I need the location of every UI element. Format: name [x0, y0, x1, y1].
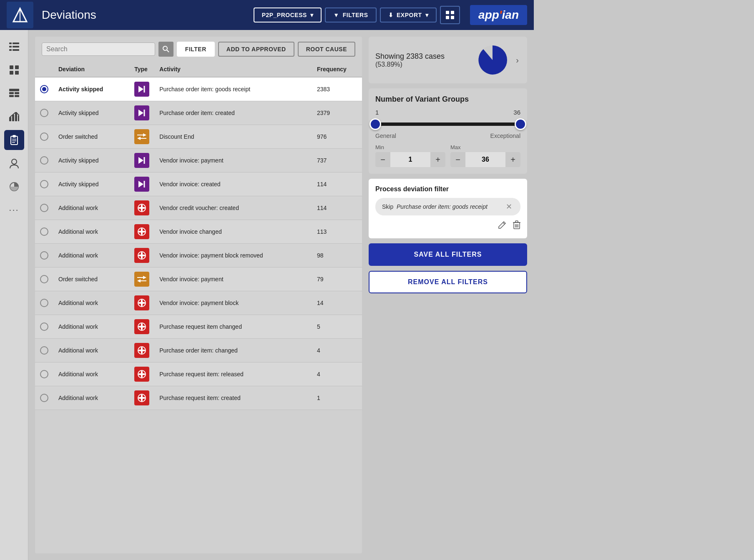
slider-thumb-max[interactable] — [515, 118, 526, 130]
table-row[interactable]: Additional work Vendor credit voucher: c… — [35, 196, 362, 220]
table-row[interactable]: Activity skipped Purchase order item: go… — [35, 77, 362, 101]
row-type — [129, 125, 154, 149]
slider-thumb-min[interactable] — [369, 118, 381, 130]
row-deviation: Additional work — [53, 244, 129, 268]
row-type — [129, 149, 154, 172]
svg-rect-5 — [451, 16, 454, 19]
radio-button[interactable] — [40, 85, 48, 93]
table-row[interactable]: Additional work Vendor invoice: payment … — [35, 291, 362, 315]
row-deviation: Order switched — [53, 125, 129, 149]
table-row[interactable]: Additional work Purchase request item ch… — [35, 315, 362, 339]
export-button[interactable]: ⬇ EXPORT ▾ — [380, 8, 437, 22]
sidebar-item-pie[interactable] — [4, 177, 24, 197]
row-radio-cell[interactable] — [35, 220, 53, 244]
grid-view-button[interactable] — [440, 6, 460, 24]
radio-button[interactable] — [40, 322, 48, 331]
process-button[interactable]: P2P_PROCESS ▾ — [254, 8, 322, 22]
row-radio-cell[interactable] — [35, 77, 53, 101]
filter-tag-close-button[interactable]: ✕ — [504, 202, 514, 211]
filter-edit-button[interactable] — [498, 220, 506, 232]
svg-marker-39 — [143, 133, 146, 137]
remove-all-filters-button[interactable]: REMOVE ALL FILTERS — [369, 271, 527, 293]
svg-rect-72 — [138, 397, 145, 399]
sidebar-item-more[interactable]: ··· — [4, 200, 24, 220]
radio-button[interactable] — [40, 275, 48, 283]
sidebar-item-table[interactable] — [4, 83, 24, 103]
max-stepper-increment[interactable]: + — [505, 152, 520, 167]
row-radio-cell[interactable] — [35, 101, 53, 125]
toolbar: FILTER ADD TO APPROVED ROOT CAUSE — [35, 37, 362, 62]
row-radio-cell[interactable] — [35, 268, 53, 291]
search-button[interactable] — [158, 42, 173, 57]
type-icon-skip — [134, 153, 149, 168]
table-row[interactable]: Additional work Purchase order item: cha… — [35, 339, 362, 362]
radio-button[interactable] — [40, 299, 48, 307]
filter-button[interactable]: FILTER — [177, 42, 215, 57]
search-input[interactable] — [46, 45, 151, 53]
slider-track[interactable] — [375, 122, 520, 126]
row-radio-cell[interactable] — [35, 315, 53, 339]
min-stepper-decrement[interactable]: − — [375, 152, 390, 167]
table-row[interactable]: Additional work Purchase request item: c… — [35, 386, 362, 410]
radio-button[interactable] — [40, 204, 48, 212]
table-row[interactable]: Activity skipped Vendor invoice: payment… — [35, 149, 362, 172]
radio-button[interactable] — [40, 109, 48, 117]
row-radio-cell[interactable] — [35, 291, 53, 315]
radio-button[interactable] — [40, 394, 48, 402]
radio-button[interactable] — [40, 228, 48, 236]
filter-tag-text: Skip Purchase order item: goods receipt — [382, 203, 488, 210]
sidebar-item-grid[interactable] — [4, 60, 24, 80]
sidebar-item-clipboard[interactable] — [4, 130, 24, 150]
min-stepper-increment[interactable]: + — [430, 152, 445, 167]
table-container: Deviation Type Activity Frequency Activi… — [35, 62, 362, 553]
add-to-approved-button[interactable]: ADD TO APPROVED — [218, 42, 294, 57]
table-row[interactable]: Order switched Discount End 976 — [35, 125, 362, 149]
root-cause-button[interactable]: ROOT CAUSE — [298, 42, 355, 57]
row-frequency: 79 — [312, 268, 362, 291]
row-radio-cell[interactable] — [35, 149, 53, 172]
row-frequency: 2383 — [312, 77, 362, 101]
row-radio-cell[interactable] — [35, 386, 53, 410]
row-radio-cell[interactable] — [35, 244, 53, 268]
radio-button[interactable] — [40, 132, 48, 141]
radio-button[interactable] — [40, 156, 48, 165]
row-activity: Discount End — [154, 125, 312, 149]
table-row[interactable]: Order switched Vendor invoice: payment 7… — [35, 268, 362, 291]
table-row[interactable]: Activity skipped Vendor invoice: created… — [35, 172, 362, 196]
table-row[interactable]: Additional work Vendor invoice changed 1… — [35, 220, 362, 244]
sidebar-item-list[interactable] — [4, 37, 24, 57]
more-dots-icon: ··· — [9, 205, 19, 215]
max-stepper-decrement[interactable]: − — [450, 152, 465, 167]
table-row[interactable]: Additional work Vendor invoice: payment … — [35, 244, 362, 268]
table-row[interactable]: Activity skipped Purchase order item: cr… — [35, 101, 362, 125]
row-radio-cell[interactable] — [35, 339, 53, 362]
min-stepper-value: 1 — [390, 156, 430, 163]
filter-delete-button[interactable] — [513, 220, 520, 232]
radio-button[interactable] — [40, 251, 48, 260]
row-radio-cell[interactable] — [35, 125, 53, 149]
radio-button[interactable] — [40, 370, 48, 378]
variant-groups-title: Number of Variant Groups — [375, 95, 520, 104]
sidebar-item-chart[interactable] — [4, 107, 24, 127]
radio-button[interactable] — [40, 180, 48, 188]
svg-line-75 — [503, 222, 505, 224]
row-activity: Vendor credit voucher: created — [154, 196, 312, 220]
save-all-filters-button[interactable]: SAVE ALL FILTERS — [369, 243, 527, 266]
filters-button[interactable]: ▼ FILTERS — [325, 8, 376, 22]
sidebar-item-user[interactable] — [4, 153, 24, 173]
type-icon-skip — [134, 82, 149, 97]
svg-rect-10 — [9, 49, 12, 51]
grid-icon — [10, 65, 19, 75]
row-deviation: Order switched — [53, 268, 129, 291]
col-header-activity: Activity — [154, 62, 312, 77]
svg-rect-8 — [9, 46, 12, 48]
row-radio-cell[interactable] — [35, 172, 53, 196]
radio-button[interactable] — [40, 346, 48, 355]
row-radio-cell[interactable] — [35, 196, 53, 220]
type-icon-additional — [134, 295, 149, 310]
stats-next-button[interactable]: › — [514, 54, 520, 67]
table-row[interactable]: Additional work Purchase request item: r… — [35, 362, 362, 386]
type-icon-additional — [134, 224, 149, 239]
row-radio-cell[interactable] — [35, 362, 53, 386]
svg-point-30 — [12, 159, 17, 164]
